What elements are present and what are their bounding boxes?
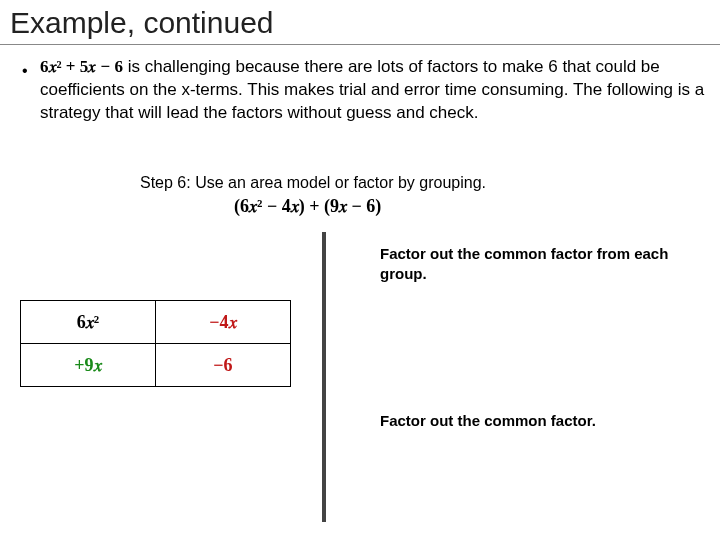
page-title: Example, continued [10,6,274,40]
intro-paragraph: 6𝑥² + 5𝑥 − 6 is challenging because ther… [22,56,720,125]
cell-expr-6x2: 6𝑥² [77,312,99,332]
vertical-divider [322,232,326,522]
cell-expr-pos9x: +9𝑥 [74,355,101,375]
intro-expression: 6𝑥² + 5𝑥 − 6 [40,57,123,76]
area-cell-0-1: −4𝑥 [156,301,291,344]
instruction-factor-each-group: Factor out the common factor from each g… [380,244,680,283]
intro-text: is challenging because there are lots of… [40,57,704,122]
area-model-table: 6𝑥² −4𝑥 +9𝑥 −6 [20,300,291,387]
cell-expr-neg4x: −4𝑥 [209,312,236,332]
title-underline [0,44,720,45]
area-cell-1-0: +9𝑥 [21,344,156,387]
area-cell-0-0: 6𝑥² [21,301,156,344]
step-6-line: Step 6: Use an area model or factor by g… [140,174,486,192]
instruction-factor-common: Factor out the common factor. [380,412,680,429]
area-cell-1-1: −6 [156,344,291,387]
grouped-expression: (6𝑥² − 4𝑥) + (9𝑥 − 6) [234,196,381,217]
cell-expr-neg6: −6 [213,355,232,375]
